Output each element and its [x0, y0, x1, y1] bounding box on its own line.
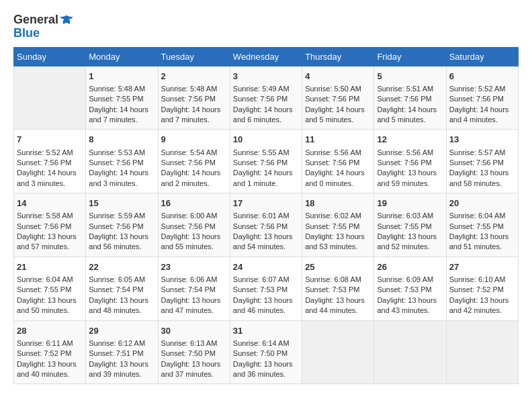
day-info: and 48 minutes.: [89, 306, 154, 316]
day-info: Sunset: 7:54 PM: [89, 285, 154, 295]
day-info: Sunrise: 5:57 AM: [449, 148, 515, 158]
day-info: and 0 minutes.: [305, 179, 371, 189]
day-info: Sunrise: 6:10 AM: [449, 275, 515, 285]
day-info: Sunrise: 6:06 AM: [161, 275, 227, 285]
logo-blue: Blue: [13, 26, 40, 40]
day-number: 15: [89, 197, 154, 210]
day-info: Sunset: 7:51 PM: [89, 349, 154, 359]
day-number: 22: [89, 261, 154, 273]
calendar-cell: 24Sunrise: 6:07 AMSunset: 7:53 PMDayligh…: [230, 257, 302, 320]
day-info: Daylight: 13 hours: [305, 232, 371, 242]
calendar-cell: [14, 66, 86, 130]
day-info: and 5 minutes.: [377, 115, 443, 125]
column-header-saturday: Saturday: [446, 47, 518, 66]
calendar-cell: 26Sunrise: 6:09 AMSunset: 7:53 PMDayligh…: [374, 257, 446, 320]
day-info: Sunset: 7:53 PM: [305, 285, 371, 295]
day-info: and 7 minutes.: [161, 115, 227, 125]
calendar-cell: 16Sunrise: 6:00 AMSunset: 7:56 PMDayligh…: [158, 193, 230, 257]
column-header-wednesday: Wednesday: [230, 47, 302, 66]
day-info: Daylight: 13 hours: [449, 295, 515, 306]
logo-bird-icon: [60, 14, 73, 26]
day-number: 17: [233, 197, 299, 210]
column-header-monday: Monday: [86, 47, 158, 66]
day-info: and 36 minutes.: [233, 369, 299, 379]
day-info: Sunset: 7:56 PM: [17, 222, 83, 232]
day-info: Sunrise: 6:03 AM: [377, 211, 443, 221]
calendar-cell: 12Sunrise: 5:56 AMSunset: 7:56 PMDayligh…: [374, 130, 446, 193]
day-info: Sunset: 7:56 PM: [161, 158, 227, 168]
day-info: Sunrise: 6:07 AM: [233, 275, 299, 285]
page-header: General Blue: [13, 13, 519, 40]
day-info: Sunset: 7:54 PM: [161, 285, 227, 295]
day-info: and 3 minutes.: [17, 179, 83, 189]
calendar-cell: 23Sunrise: 6:06 AMSunset: 7:54 PMDayligh…: [158, 257, 230, 320]
day-number: 18: [305, 197, 371, 210]
day-info: and 37 minutes.: [161, 369, 227, 379]
day-info: and 3 minutes.: [89, 179, 154, 189]
day-number: 11: [305, 134, 371, 146]
day-info: Sunset: 7:55 PM: [17, 285, 83, 295]
calendar-table: SundayMondayTuesdayWednesdayThursdayFrid…: [13, 47, 519, 385]
calendar-cell: 28Sunrise: 6:11 AMSunset: 7:52 PMDayligh…: [14, 320, 86, 384]
day-info: Daylight: 13 hours: [17, 295, 83, 306]
calendar-cell: [374, 320, 446, 384]
day-info: Daylight: 13 hours: [17, 232, 83, 242]
day-number: 7: [17, 134, 83, 146]
day-number: 28: [17, 325, 83, 337]
calendar-cell: 30Sunrise: 6:13 AMSunset: 7:50 PMDayligh…: [158, 320, 230, 384]
day-info: Daylight: 13 hours: [449, 168, 515, 178]
day-info: Daylight: 13 hours: [449, 232, 515, 242]
day-info: and 2 minutes.: [161, 179, 227, 189]
day-info: Daylight: 13 hours: [233, 295, 299, 306]
day-number: 10: [233, 134, 299, 146]
day-info: Daylight: 13 hours: [89, 359, 154, 369]
day-info: Daylight: 14 hours: [17, 168, 83, 178]
day-info: Daylight: 14 hours: [377, 105, 443, 115]
day-info: Sunset: 7:56 PM: [89, 222, 154, 232]
day-info: Sunset: 7:50 PM: [233, 349, 299, 359]
day-info: Daylight: 14 hours: [89, 105, 154, 115]
calendar-cell: 7Sunrise: 5:52 AMSunset: 7:56 PMDaylight…: [14, 130, 86, 193]
day-info: Sunset: 7:53 PM: [233, 285, 299, 295]
day-info: Sunrise: 5:52 AM: [17, 148, 83, 158]
calendar-cell: 25Sunrise: 6:08 AMSunset: 7:53 PMDayligh…: [302, 257, 374, 320]
day-info: Sunset: 7:55 PM: [89, 94, 154, 104]
day-info: Sunset: 7:56 PM: [89, 158, 154, 168]
day-info: Sunrise: 5:49 AM: [233, 84, 299, 94]
calendar-cell: 22Sunrise: 6:05 AMSunset: 7:54 PMDayligh…: [86, 257, 158, 320]
day-info: Sunset: 7:52 PM: [449, 285, 515, 295]
day-info: Sunset: 7:55 PM: [449, 222, 515, 232]
calendar-cell: 1Sunrise: 5:48 AMSunset: 7:55 PMDaylight…: [86, 66, 158, 130]
calendar-cell: 20Sunrise: 6:04 AMSunset: 7:55 PMDayligh…: [446, 193, 518, 257]
day-info: Daylight: 13 hours: [377, 168, 443, 178]
day-number: 3: [233, 71, 299, 83]
day-info: and 59 minutes.: [377, 179, 443, 189]
day-info: Sunrise: 5:56 AM: [377, 148, 443, 158]
day-number: 25: [305, 261, 371, 273]
day-info: Sunrise: 5:55 AM: [233, 148, 299, 158]
day-info: Sunrise: 5:59 AM: [89, 211, 154, 221]
day-info: and 39 minutes.: [89, 369, 154, 379]
column-header-tuesday: Tuesday: [158, 47, 230, 66]
day-info: Sunrise: 6:00 AM: [161, 211, 227, 221]
week-row-2: 7Sunrise: 5:52 AMSunset: 7:56 PMDaylight…: [14, 130, 519, 193]
calendar-cell: 4Sunrise: 5:50 AMSunset: 7:56 PMDaylight…: [302, 66, 374, 130]
day-info: and 55 minutes.: [161, 242, 227, 252]
day-number: 9: [161, 134, 227, 146]
calendar-cell: 27Sunrise: 6:10 AMSunset: 7:52 PMDayligh…: [446, 257, 518, 320]
day-number: 24: [233, 261, 299, 273]
logo: General Blue: [13, 13, 73, 40]
day-info: Sunrise: 5:51 AM: [377, 84, 443, 94]
day-info: Sunrise: 5:48 AM: [89, 84, 154, 94]
calendar-cell: 9Sunrise: 5:54 AMSunset: 7:56 PMDaylight…: [158, 130, 230, 193]
day-number: 20: [449, 197, 515, 210]
day-info: Sunset: 7:52 PM: [17, 349, 83, 359]
day-info: and 40 minutes.: [17, 369, 83, 379]
week-row-3: 14Sunrise: 5:58 AMSunset: 7:56 PMDayligh…: [14, 193, 519, 257]
day-info: Daylight: 14 hours: [305, 168, 371, 178]
day-info: and 53 minutes.: [305, 242, 371, 252]
day-info: Sunrise: 6:11 AM: [17, 338, 83, 349]
day-number: 5: [377, 71, 443, 83]
day-info: Sunset: 7:56 PM: [377, 94, 443, 104]
day-info: Sunrise: 5:54 AM: [161, 148, 227, 158]
